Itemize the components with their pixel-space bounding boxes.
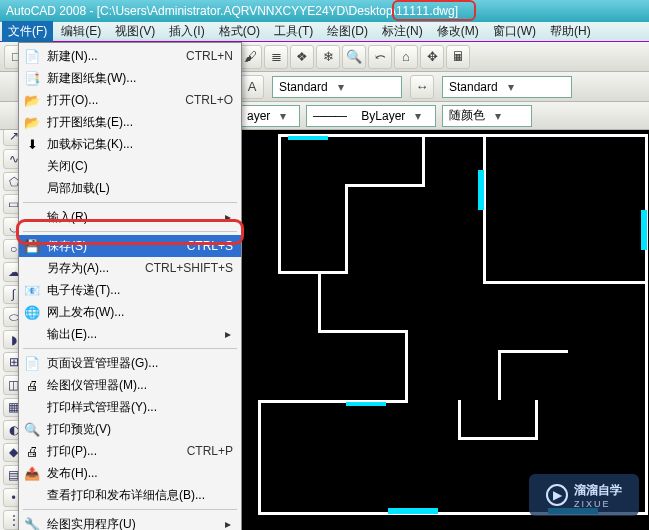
- layer-value: ayer: [247, 109, 270, 123]
- menu-item-label: 打开(O)...: [47, 92, 179, 109]
- submenu-arrow-icon: ▸: [223, 517, 233, 530]
- menu-item-label: 查看打印和发布详细信息(B)...: [47, 487, 233, 504]
- color-combo[interactable]: 随颜色▾: [442, 105, 532, 127]
- menu-item-label: 输出(E)...: [47, 326, 217, 343]
- file-menu-item-14[interactable]: 输出(E)...▸: [19, 323, 241, 345]
- menu-item-label: 发布(H)...: [47, 465, 233, 482]
- file-menu-item-8[interactable]: 输入(R)...▸: [19, 206, 241, 228]
- menu-item-icon: ⬇: [23, 135, 41, 153]
- file-menu-item-2[interactable]: 📂打开(O)...CTRL+O: [19, 89, 241, 111]
- layer-mgr-button[interactable]: ❖: [290, 45, 314, 69]
- file-menu-item-13[interactable]: 🌐网上发布(W)...: [19, 301, 241, 323]
- menu-item-icon: 🔍: [23, 420, 41, 438]
- menu-0[interactable]: 文件(F): [2, 21, 53, 42]
- menu-8[interactable]: 修改(M): [431, 21, 485, 42]
- submenu-arrow-icon: ▸: [223, 210, 233, 224]
- dimstyle2-icon[interactable]: ↔: [410, 75, 434, 99]
- zoom-prev-button[interactable]: ⤺: [368, 45, 392, 69]
- chevron-down-icon: ▾: [276, 109, 290, 123]
- menu-separator: [23, 231, 237, 232]
- file-menu-item-17[interactable]: 🖨绘图仪管理器(M)...: [19, 374, 241, 396]
- file-menu-item-3[interactable]: 📂打开图纸集(E)...: [19, 111, 241, 133]
- file-menu-item-12[interactable]: 📧电子传递(T)...: [19, 279, 241, 301]
- menu-item-label: 页面设置管理器(G)...: [47, 355, 233, 372]
- play-icon: ▶: [546, 484, 568, 506]
- chevron-down-icon: ▾: [334, 80, 348, 94]
- menu-item-label: 关闭(C): [47, 158, 233, 175]
- menu-10[interactable]: 帮助(H): [544, 21, 597, 42]
- menu-item-icon: 📄: [23, 354, 41, 372]
- calc-button[interactable]: 🖩: [446, 45, 470, 69]
- layer-combo[interactable]: ayer▾: [240, 105, 300, 127]
- file-menu-item-5[interactable]: 关闭(C): [19, 155, 241, 177]
- file-menu-item-19[interactable]: 🔍打印预览(V): [19, 418, 241, 440]
- menu-4[interactable]: 格式(O): [213, 21, 266, 42]
- watermark-badge: ▶ 溜溜自学 ZIXUE: [529, 474, 639, 516]
- pan-button[interactable]: ✥: [420, 45, 444, 69]
- file-menu-item-22[interactable]: 查看打印和发布详细信息(B)...: [19, 484, 241, 506]
- menu-item-label: 新建(N)...: [47, 48, 180, 65]
- menu-5[interactable]: 工具(T): [268, 21, 319, 42]
- menu-item-label: 打印预览(V): [47, 421, 233, 438]
- menu-item-label: 另存为(A)...: [47, 260, 139, 277]
- menu-1[interactable]: 编辑(E): [55, 21, 107, 42]
- layer-prev-button[interactable]: ≣: [264, 45, 288, 69]
- watermark-brand: 溜溜自学: [574, 482, 622, 499]
- menu-item-icon: 📄: [23, 47, 41, 65]
- menu-item-label: 打印(P)...: [47, 443, 181, 460]
- freeze-button[interactable]: ❄: [316, 45, 340, 69]
- file-menu-item-20[interactable]: 🖨打印(P)...CTRL+P: [19, 440, 241, 462]
- title-bar: AutoCAD 2008 - [C:\Users\Administrator.A…: [0, 0, 649, 22]
- menu-item-icon: [23, 325, 41, 343]
- file-menu-item-0[interactable]: 📄新建(N)...CTRL+N: [19, 45, 241, 67]
- menu-item-label: 电子传递(T)...: [47, 282, 233, 299]
- menu-item-label: 加载标记集(K)...: [47, 136, 233, 153]
- menu-6[interactable]: 绘图(D): [321, 21, 374, 42]
- file-menu-item-24[interactable]: 🔧绘图实用程序(U)▸: [19, 513, 241, 530]
- menu-separator: [23, 348, 237, 349]
- menu-item-icon: [23, 259, 41, 277]
- menu-item-icon: 📤: [23, 464, 41, 482]
- file-menu-item-16[interactable]: 📄页面设置管理器(G)...: [19, 352, 241, 374]
- file-menu-item-11[interactable]: 另存为(A)...CTRL+SHIFT+S: [19, 257, 241, 279]
- menu-item-label: 局部加载(L): [47, 180, 233, 197]
- menu-item-icon: [23, 486, 41, 504]
- menu-item-label: 打开图纸集(E)...: [47, 114, 233, 131]
- menu-separator: [23, 202, 237, 203]
- menu-item-label: 网上发布(W)...: [47, 304, 233, 321]
- file-menu-item-18[interactable]: 打印样式管理器(Y)...: [19, 396, 241, 418]
- app-title: AutoCAD 2008 - [C:\Users\Administrator.A…: [6, 4, 458, 18]
- file-menu-item-10[interactable]: 💾保存(S)CTRL+S: [19, 235, 241, 257]
- menu-item-shortcut: CTRL+O: [185, 93, 233, 107]
- zoom-ext-button[interactable]: ⌂: [394, 45, 418, 69]
- file-menu-item-21[interactable]: 📤发布(H)...: [19, 462, 241, 484]
- menu-item-label: 新建图纸集(W)...: [47, 70, 233, 87]
- file-menu-item-1[interactable]: 📑新建图纸集(W)...: [19, 67, 241, 89]
- dimstyle-combo[interactable]: Standard▾: [442, 76, 572, 98]
- menu-item-icon: 🌐: [23, 303, 41, 321]
- file-menu-item-6[interactable]: 局部加载(L): [19, 177, 241, 199]
- menu-2[interactable]: 视图(V): [109, 21, 161, 42]
- menu-item-label: 绘图实用程序(U): [47, 516, 217, 531]
- menu-item-icon: 💾: [23, 237, 41, 255]
- watermark-sub: ZIXUE: [574, 499, 622, 509]
- submenu-arrow-icon: ▸: [223, 327, 233, 341]
- menu-9[interactable]: 窗口(W): [487, 21, 542, 42]
- menu-item-label: 打印样式管理器(Y)...: [47, 399, 233, 416]
- dimstyle-icon[interactable]: A: [240, 75, 264, 99]
- menu-item-icon: 📂: [23, 113, 41, 131]
- file-menu-item-4[interactable]: ⬇加载标记集(K)...: [19, 133, 241, 155]
- menu-7[interactable]: 标注(N): [376, 21, 429, 42]
- linetype-value: ByLayer: [361, 109, 405, 123]
- textstyle-combo[interactable]: Standard▾: [272, 76, 402, 98]
- linetype-combo[interactable]: ——— ByLayer▾: [306, 105, 436, 127]
- chevron-down-icon: ▾: [411, 109, 425, 123]
- chevron-down-icon: ▾: [504, 80, 518, 94]
- textstyle-value: Standard: [279, 80, 328, 94]
- menu-item-icon: 🖨: [23, 442, 41, 460]
- menu-item-shortcut: CTRL+S: [187, 239, 233, 253]
- menu-item-label: 绘图仪管理器(M)...: [47, 377, 233, 394]
- zoom-window-button[interactable]: 🔍: [342, 45, 366, 69]
- color-value: 随颜色: [449, 107, 485, 124]
- menu-3[interactable]: 插入(I): [163, 21, 210, 42]
